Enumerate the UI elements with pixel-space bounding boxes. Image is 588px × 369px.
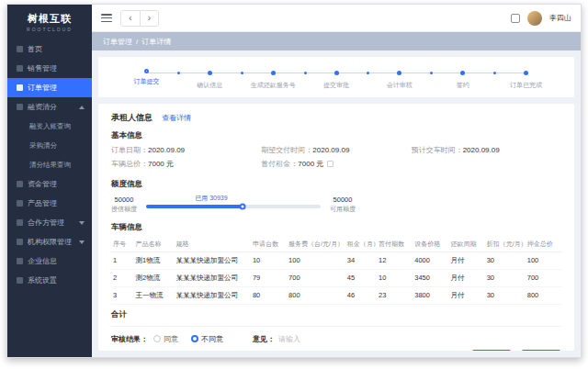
quota-total-value: 50000 (111, 196, 137, 205)
step-label: 生成还款服务号 (242, 81, 305, 90)
col-device-price: 设备价格 (413, 237, 448, 252)
sidebar-item-label: 合作方管理 (28, 218, 64, 228)
col-apply-count: 申请台数 (251, 237, 287, 252)
step-label: 订单已完成 (494, 81, 558, 90)
forward-button[interactable]: › (140, 11, 158, 26)
sidebar-item-sales[interactable]: 销售管理 (7, 59, 92, 78)
table-row[interactable]: 2 测2物流 某某某快递加盟公司 79 700 45 10 3450 月付 30… (111, 269, 561, 286)
down-payment-checkbox[interactable] (327, 161, 334, 167)
opinion-input[interactable] (278, 335, 379, 343)
content: 订单提交 确认信息 生成还款服务号 提交审批 (92, 50, 581, 357)
sidebar-item-orders[interactable]: 订单管理 (7, 78, 92, 97)
sidebar-subitem-clearing-result-query[interactable]: 清分结果查询 (7, 155, 92, 174)
back-button[interactable]: ‹ (121, 11, 140, 26)
quota-slider-handle[interactable] (239, 204, 245, 210)
chevron-down-icon (79, 240, 85, 244)
stepper-mid-dot (241, 72, 243, 74)
vehicle-info-title: 车辆信息 (111, 222, 561, 233)
step-dot (334, 71, 339, 75)
field-label: 预计交车时间： (412, 145, 463, 155)
table-row[interactable]: 1 测1物流 某某某快递加盟公司 10 100 34 12 4000 月付 30… (111, 252, 561, 269)
quota-section: 50000 授信额度 已用 30939 50000 可用额度 (111, 196, 561, 214)
sidebar-item-label: 机构权限管理 (28, 237, 72, 247)
cell: 700 (287, 269, 345, 286)
quota-total-label: 授信额度 (111, 205, 137, 213)
view-details-link[interactable]: 查看详情 (162, 113, 191, 123)
sidebar-item-financing-clearing[interactable]: 融资清分 (7, 97, 92, 117)
step-accounting-review: 会计审核 (368, 68, 431, 90)
step-dot (397, 71, 401, 75)
sidebar-item-label: 融资清分 (28, 102, 57, 112)
sidebar-item-label: 融资入账查询 (29, 122, 71, 131)
lessee-section-header: 承租人信息 查看详情 (111, 112, 561, 124)
quota-available-block: 50000 可用额度 (330, 196, 356, 214)
table-row[interactable]: 3 王一物流 某某某快递加盟公司 80 800 46 23 3800 月付 30… (111, 286, 561, 304)
submit-button[interactable]: 提交 (521, 350, 561, 351)
partners-icon (17, 219, 23, 226)
step-dot (524, 71, 528, 75)
sidebar-item-partners[interactable]: 合作方管理 (7, 213, 92, 232)
cell: 45 (345, 269, 377, 286)
quota-total-block: 50000 授信额度 (111, 196, 137, 214)
lessee-title: 承租人信息 (111, 112, 153, 124)
field-label: 期望交付时间： (261, 145, 312, 155)
sidebar-item-label: 企业信息 (28, 256, 57, 266)
cell: 30 (485, 252, 526, 269)
sidebar-item-funds[interactable]: 资金管理 (7, 174, 92, 194)
sidebar-item-home[interactable]: 首页 (7, 39, 92, 59)
radio-disagree[interactable]: 不同意 (191, 334, 223, 344)
avatar[interactable] (527, 11, 542, 26)
radio-agree[interactable]: 同意 (153, 334, 178, 344)
col-discount: 折扣（元/月） (485, 237, 526, 252)
order-progress-card: 订单提交 确认信息 生成还款服务号 提交审批 (98, 57, 574, 97)
sidebar-item-label: 系统设置 (28, 275, 57, 285)
org-icon (17, 239, 23, 245)
cancel-button[interactable]: 取消 (471, 350, 512, 351)
step-confirm-info: 确认信息 (178, 68, 242, 90)
sidebar-item-settings[interactable]: 系统设置 (7, 271, 92, 290)
sidebar-subitem-financing-entry-query[interactable]: 融资入账查询 (7, 117, 92, 136)
col-rent: 租金（月） (345, 237, 377, 252)
quota-title: 额度信息 (111, 179, 561, 190)
quota-used-label: 已用 30939 (195, 194, 227, 203)
breadcrumb-separator: / (136, 38, 138, 46)
quota-slider[interactable] (146, 205, 321, 208)
cell: 23 (377, 286, 413, 304)
sales-icon (17, 65, 23, 72)
user-name[interactable]: 李四山 (549, 13, 571, 23)
step-label: 确认信息 (178, 81, 242, 90)
field-value: 2020.09.09 (312, 146, 349, 154)
quota-slider-fill (146, 205, 243, 208)
col-service-fee: 服务费（台/元/月） (287, 237, 345, 252)
fullscreen-icon[interactable] (511, 14, 520, 23)
cell: 某某某快递加盟公司 (175, 286, 251, 304)
sidebar-item-label: 采购清分 (29, 141, 57, 151)
cell: 10 (251, 252, 287, 269)
breadcrumb-section[interactable]: 订单管理 (103, 37, 132, 47)
orders-icon (17, 84, 23, 91)
history-nav: ‹ › (120, 10, 159, 27)
action-buttons: 取消 提交 (111, 344, 561, 351)
field-label: 车辆总价： (111, 159, 148, 169)
sidebar-item-org-permissions[interactable]: 机构权限管理 (7, 232, 92, 252)
step-dot (144, 69, 149, 73)
basic-info-title: 基本信息 (111, 130, 561, 141)
sidebar-subitem-purchase-clearing[interactable]: 采购清分 (7, 136, 92, 155)
stepper-mid-dot (177, 72, 180, 74)
radio-icon (191, 335, 198, 342)
field-value: 2020.09.09 (463, 146, 500, 154)
order-stepper: 订单提交 确认信息 生成还款服务号 提交审批 (115, 68, 558, 90)
sidebar-item-products[interactable]: 产品管理 (7, 194, 92, 213)
cell: 测1物流 (134, 252, 175, 269)
field-value: 2020.09.09 (148, 146, 185, 154)
logo-text: 树根互联 (28, 12, 72, 26)
cell: 46 (345, 286, 377, 304)
radio-label: 同意 (164, 334, 178, 344)
collapse-sidebar-icon[interactable] (101, 14, 112, 22)
quota-available-value: 50000 (330, 196, 356, 205)
opinion-label: 意见： (253, 334, 275, 344)
sidebar-item-company-info[interactable]: 企业信息 (7, 252, 92, 271)
logo: 树根互联 ROOTCLOUD (7, 5, 92, 39)
step-dot (460, 71, 465, 75)
field-expected-delivery: 期望交付时间： 2020.09.09 (261, 145, 411, 155)
